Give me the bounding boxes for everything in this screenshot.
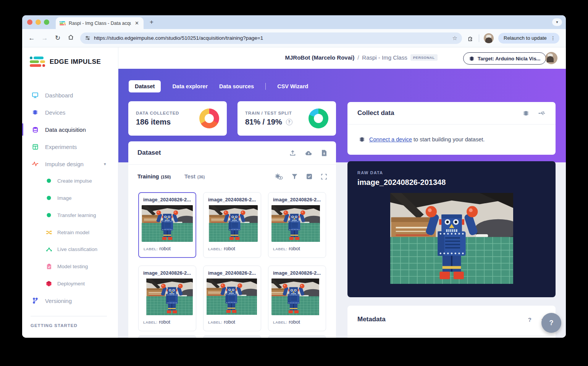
sample-name: image_20240826-2... [139, 193, 195, 205]
dataset-panel-title: Dataset [137, 149, 161, 157]
metadata-help-icon[interactable]: ? [528, 316, 531, 323]
sample-thumbnail [207, 205, 258, 242]
sample-card[interactable]: image_20240826-2... LABEL: robot [203, 266, 261, 331]
upload-icon[interactable] [289, 150, 296, 156]
sample-card[interactable]: image_20240826-2... LABEL: robot [203, 192, 261, 258]
sidebar-item-devices[interactable]: Devices [22, 105, 118, 119]
tab-data-sources[interactable]: Data sources [219, 83, 254, 89]
sidebar-item-live-classification[interactable]: Live classification [22, 242, 118, 256]
data-collected-card: DATA COLLECTED 186 items [128, 101, 227, 136]
sample-label-value: robot [289, 246, 300, 251]
app-header: MJRoBot (Marcelo Rovai) / Raspi - Img Cl… [118, 47, 566, 69]
chip-icon [359, 136, 365, 143]
sample-card[interactable]: image_20240826-2... LABEL: robot [138, 192, 196, 258]
user-avatar[interactable] [545, 52, 557, 64]
sidebar-item-deployment[interactable]: Deployment [22, 277, 118, 290]
filter-icon[interactable] [292, 174, 297, 180]
sample-label-row: LABEL: robot [268, 242, 326, 255]
sample-card[interactable]: image_20240826-2... LABEL: robot [268, 266, 326, 331]
relaunch-label: Relaunch to update [504, 35, 547, 41]
breadcrumb-owner[interactable]: MJRoBot (Marcelo Rovai) [285, 54, 354, 61]
bookmark-star-icon[interactable]: ☆ [452, 35, 457, 42]
impulse-design-icon [31, 160, 39, 168]
sample-card[interactable]: image_20240826-2... LABEL: robot [138, 266, 196, 331]
sample-label-row: LABEL: robot [204, 242, 261, 255]
reload-icon[interactable]: ↻ [51, 34, 64, 42]
sample-name: image_20240826-2... [268, 193, 326, 205]
relaunch-to-update-button[interactable]: Relaunch to update ⋮ [498, 33, 559, 44]
sample-name: image_20240826-2... [139, 266, 196, 279]
new-tab-button[interactable]: + [150, 18, 153, 26]
sidebar-item-experiments[interactable]: Experiments [22, 140, 118, 154]
sample-label-row: LABEL: robot [268, 315, 326, 329]
sidebar-item-model-testing[interactable]: Model testing [22, 259, 118, 273]
chevron-down-icon[interactable]: ▾ [104, 162, 106, 167]
dashboard-icon [31, 91, 39, 99]
sample-label-row: LABEL: robot [139, 315, 196, 329]
select-all-checkbox-icon[interactable] [306, 173, 312, 180]
export-file-icon[interactable] [321, 150, 327, 156]
site-settings-icon[interactable] [85, 35, 90, 41]
tab-title: Raspi - Img Class - Data acqu [69, 21, 131, 26]
home-icon[interactable] [64, 34, 77, 42]
tab-data-explorer[interactable]: Data explorer [172, 83, 208, 89]
back-icon[interactable]: ← [25, 34, 38, 42]
sidebar-item-impulse-design[interactable]: Impulse design ▾ [22, 157, 118, 171]
help-fab-button[interactable]: ? [541, 313, 561, 333]
tab-csv-wizard[interactable]: CSV Wizard [277, 83, 308, 89]
breadcrumb-project[interactable]: Raspi - Img Class [362, 54, 407, 61]
address-bar[interactable]: https://studio.edgeimpulse.com/studio/51… [80, 32, 462, 44]
sidebar-item-transfer-learning[interactable]: Transfer learning [22, 208, 118, 222]
sidebar-item-dashboard[interactable]: Dashboard [22, 88, 118, 102]
retrain-model-icon [46, 229, 52, 235]
minimize-window-button[interactable] [36, 19, 41, 25]
chip-icon [469, 56, 475, 62]
sidebar-item-versioning[interactable]: Versioning [22, 294, 118, 308]
usb-icon[interactable] [538, 111, 546, 116]
tab-search-chevron-icon[interactable]: ▾ [552, 18, 562, 26]
cloud-upload-icon[interactable] [305, 150, 312, 156]
sidebar-item-image[interactable]: Image [22, 191, 118, 205]
view-settings-icon[interactable] [275, 173, 283, 180]
sidebar: EDGE IMPULSE Dashboard Devices Data acqu… [22, 47, 118, 338]
sample-label-value: robot [289, 319, 300, 325]
split-help-icon[interactable]: ? [286, 119, 292, 125]
image-dot-icon [46, 195, 52, 201]
zoom-window-button[interactable] [44, 19, 49, 25]
sidebar-item-retrain-model[interactable]: Retrain model [22, 225, 118, 239]
browser-tab[interactable]: Raspi - Img Class - Data acqu ✕ [56, 17, 144, 29]
collect-data-panel: Collect data Connect a device to start b… [347, 102, 556, 155]
sample-name: image_20240826-2... [204, 193, 261, 205]
connect-device-icon[interactable] [523, 110, 529, 117]
raw-data-panel: RAW DATA image_20240826-201348 [347, 161, 556, 297]
close-window-button[interactable] [27, 19, 32, 25]
raw-data-caption: RAW DATA [357, 170, 546, 175]
browser-window: Raspi - Img Class - Data acqu ✕ + ▾ ← → … [22, 15, 566, 338]
collect-data-title: Collect data [357, 109, 394, 117]
sidebar-item-create-impulse[interactable]: Create impulse [22, 174, 118, 188]
sample-thumbnail [142, 279, 193, 315]
sample-label-row: LABEL: robot [204, 315, 261, 329]
connect-a-device-link[interactable]: Connect a device [369, 136, 412, 143]
extensions-icon[interactable] [467, 35, 474, 42]
browser-menu-icon[interactable]: ⋮ [549, 35, 557, 41]
test-segment[interactable]: Test (36) [184, 173, 205, 180]
expand-icon[interactable] [321, 174, 327, 180]
target-device-button[interactable]: Target: Arduino Nicla Vis... [463, 52, 546, 65]
main-content: Dataset Data explorer Data sources CSV W… [118, 69, 566, 338]
tab-dataset[interactable]: Dataset [129, 80, 161, 92]
sample-card[interactable]: image_20240826-2... LABEL: robot [268, 192, 326, 258]
breadcrumb: MJRoBot (Marcelo Rovai) / Raspi - Img Cl… [239, 54, 483, 61]
sidebar-item-data-acquisition[interactable]: Data acquisition [22, 123, 118, 136]
tab-close-icon[interactable]: ✕ [134, 20, 140, 26]
train-test-donut [309, 109, 328, 128]
training-segment[interactable]: Training (150) [137, 173, 171, 180]
model-testing-icon [46, 263, 52, 269]
create-impulse-dot-icon [46, 178, 52, 184]
sample-thumbnail [271, 279, 323, 315]
sample-thumbnail [207, 279, 258, 315]
forward-icon[interactable]: → [38, 34, 51, 42]
devices-icon [31, 109, 39, 116]
url-text[interactable]: https://studio.edgeimpulse.com/studio/51… [94, 35, 449, 41]
browser-profile-avatar[interactable] [484, 33, 494, 43]
